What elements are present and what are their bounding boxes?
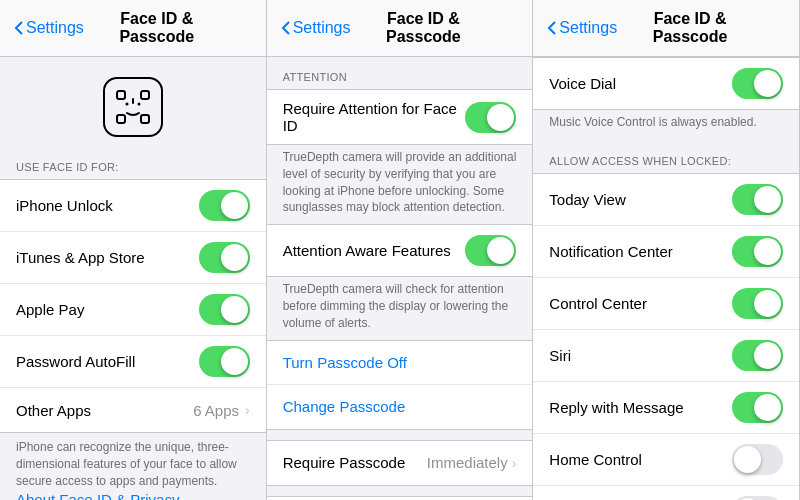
home-control-label-3: Home Control [549, 451, 732, 468]
return-missed-row-3[interactable]: Return Missed Calls [533, 486, 799, 500]
control-center-toggle-3[interactable] [732, 288, 783, 319]
back-label-2: Settings [293, 19, 351, 37]
voice-dial-toggle-3[interactable] [732, 68, 783, 99]
today-view-toggle-3[interactable] [732, 184, 783, 215]
nav-bar-2: Settings Face ID & Passcode [267, 0, 533, 57]
iphone-unlock-row[interactable]: iPhone Unlock [0, 180, 266, 232]
require-passcode-chevron-icon: › [512, 455, 517, 471]
other-apps-row[interactable]: Other Apps 6 Apps › [0, 388, 266, 432]
other-apps-chevron-icon: › [245, 402, 250, 418]
voice-dial-group-3: Voice Dial [533, 57, 799, 110]
faceid-icon-area [0, 57, 266, 147]
password-autofill-label: Password AutoFill [16, 353, 199, 370]
allow-locked-header-3: ALLOW ACCESS WHEN LOCKED: [533, 141, 799, 173]
locked-rows-group-3: Today View Notification Center Control C… [533, 173, 799, 500]
attention-group-2: Require Attention for Face ID [267, 89, 533, 145]
back-button-1[interactable]: Settings [14, 19, 84, 37]
attention-aware-group: Attention Aware Features [267, 224, 533, 277]
nav-title-1: Face ID & Passcode [92, 10, 222, 46]
iphone-unlock-label: iPhone Unlock [16, 197, 199, 214]
today-view-label-3: Today View [549, 191, 732, 208]
home-control-toggle-3[interactable] [732, 444, 783, 475]
svg-point-5 [125, 103, 128, 106]
home-control-row-3[interactable]: Home Control [533, 434, 799, 486]
panel-1: Settings Face ID & Passcode USE FACE ID … [0, 0, 267, 500]
reply-message-label-3: Reply with Message [549, 399, 732, 416]
return-missed-toggle-3[interactable] [732, 496, 783, 500]
face-id-use-group: iPhone Unlock iTunes & App Store Apple P… [0, 179, 266, 433]
back-label-3: Settings [559, 19, 617, 37]
require-attention-toggle-2[interactable] [465, 102, 516, 133]
siri-label-3: Siri [549, 347, 732, 364]
nav-title-3: Face ID & Passcode [625, 10, 755, 46]
turn-passcode-off-label: Turn Passcode Off [283, 354, 407, 371]
change-passcode-row[interactable]: Change Passcode [267, 385, 533, 429]
attention-aware-row[interactable]: Attention Aware Features [267, 225, 533, 276]
password-autofill-row[interactable]: Password AutoFill [0, 336, 266, 388]
notification-center-toggle-3[interactable] [732, 236, 783, 267]
svg-rect-1 [141, 91, 149, 99]
siri-row-3[interactable]: Siri [533, 330, 799, 382]
require-passcode-label: Require Passcode [283, 454, 427, 471]
svg-rect-2 [117, 115, 125, 123]
apple-pay-label: Apple Pay [16, 301, 199, 318]
voice-dial-row-3[interactable]: Voice Dial [533, 58, 799, 109]
control-center-label-3: Control Center [549, 295, 732, 312]
scroll-3[interactable]: Voice Dial Music Voice Control is always… [533, 57, 799, 500]
passcode-links-group: Turn Passcode Off Change Passcode [267, 340, 533, 430]
back-label-1: Settings [26, 19, 84, 37]
siri-toggle-3[interactable] [732, 340, 783, 371]
voice-dial-row-2[interactable]: Voice Dial [267, 497, 533, 500]
control-center-row-3[interactable]: Control Center [533, 278, 799, 330]
scroll-1[interactable]: USE FACE ID FOR: iPhone Unlock iTunes & … [0, 57, 266, 500]
require-passcode-value: Immediately [427, 454, 508, 471]
back-button-3[interactable]: Settings [547, 19, 617, 37]
itunes-row[interactable]: iTunes & App Store [0, 232, 266, 284]
about-face-id-link[interactable]: About Face ID & Privacy... [16, 491, 191, 500]
nav-bar-3: Settings Face ID & Passcode [533, 0, 799, 57]
notification-center-label-3: Notification Center [549, 243, 732, 260]
voice-dial-desc-3: Music Voice Control is always enabled. [533, 110, 799, 141]
svg-point-6 [137, 103, 140, 106]
attention-aware-label: Attention Aware Features [283, 242, 466, 259]
attention-aware-toggle[interactable] [465, 235, 516, 266]
attention-aware-desc: TrueDepth camera will check for attentio… [267, 277, 533, 339]
scroll-2[interactable]: ATTENTION Require Attention for Face ID … [267, 57, 533, 500]
other-apps-label: Other Apps [16, 402, 193, 419]
notification-center-row-3[interactable]: Notification Center [533, 226, 799, 278]
use-face-id-header: USE FACE ID FOR: [0, 147, 266, 179]
iphone-unlock-toggle[interactable] [199, 190, 250, 221]
autofill-toggle[interactable] [199, 346, 250, 377]
itunes-toggle[interactable] [199, 242, 250, 273]
nav-title-2: Face ID & Passcode [358, 10, 488, 46]
today-view-row-3[interactable]: Today View [533, 174, 799, 226]
require-passcode-group: Require Passcode Immediately › [267, 440, 533, 486]
face-id-description: iPhone can recognize the unique, three-d… [0, 433, 266, 500]
panel-3: Settings Face ID & Passcode Voice Dial M… [533, 0, 800, 500]
change-passcode-label: Change Passcode [283, 398, 406, 415]
svg-rect-0 [117, 91, 125, 99]
attention-desc-2: TrueDepth camera will provide an additio… [267, 145, 533, 224]
back-button-2[interactable]: Settings [281, 19, 351, 37]
other-apps-count: 6 Apps [193, 402, 239, 419]
apple-pay-toggle[interactable] [199, 294, 250, 325]
apple-pay-row[interactable]: Apple Pay [0, 284, 266, 336]
attention-header-2: ATTENTION [267, 57, 533, 89]
panel-2: Settings Face ID & Passcode ATTENTION Re… [267, 0, 534, 500]
turn-passcode-off-row[interactable]: Turn Passcode Off [267, 341, 533, 385]
require-attention-label-2: Require Attention for Face ID [283, 100, 466, 134]
voice-dial-group-2: Voice Dial [267, 496, 533, 500]
faceid-icon [103, 77, 163, 137]
voice-dial-label-3: Voice Dial [549, 75, 732, 92]
reply-message-row-3[interactable]: Reply with Message [533, 382, 799, 434]
itunes-label: iTunes & App Store [16, 249, 199, 266]
svg-rect-3 [141, 115, 149, 123]
require-attention-row-2[interactable]: Require Attention for Face ID [267, 90, 533, 144]
nav-bar-1: Settings Face ID & Passcode [0, 0, 266, 57]
reply-message-toggle-3[interactable] [732, 392, 783, 423]
require-passcode-row[interactable]: Require Passcode Immediately › [267, 441, 533, 485]
